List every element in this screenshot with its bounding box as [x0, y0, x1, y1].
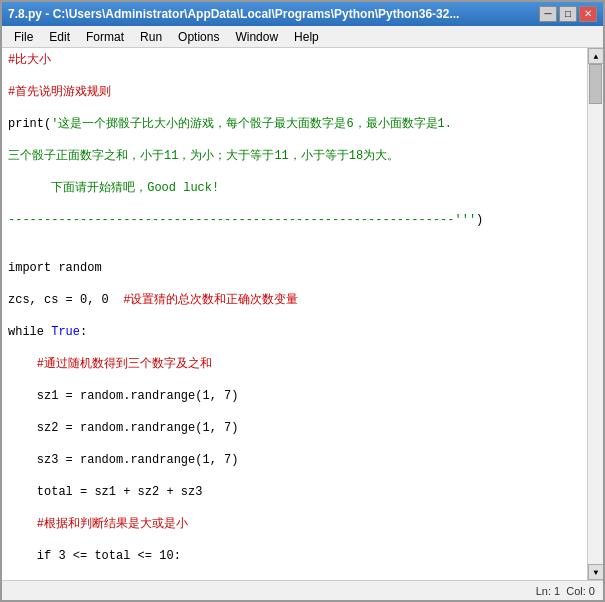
menu-bar: File Edit Format Run Options Window Help — [2, 26, 603, 48]
title-bar: 7.8.py - C:\Users\Administrator\AppData\… — [2, 2, 603, 26]
menu-help[interactable]: Help — [286, 28, 327, 46]
window-title: 7.8.py - C:\Users\Administrator\AppData\… — [8, 7, 459, 21]
code-editor[interactable]: #比大小 #首先说明游戏规则 print('这是一个掷骰子比大小的游戏，每个骰子… — [2, 48, 587, 580]
menu-options[interactable]: Options — [170, 28, 227, 46]
maximize-button[interactable]: □ — [559, 6, 577, 22]
menu-run[interactable]: Run — [132, 28, 170, 46]
scroll-track[interactable] — [588, 64, 603, 564]
minimize-button[interactable]: ─ — [539, 6, 557, 22]
cursor-position: Ln: 1 — [536, 585, 560, 597]
scroll-thumb[interactable] — [589, 64, 602, 104]
window-controls: ─ □ ✕ — [539, 6, 597, 22]
vertical-scrollbar[interactable]: ▲ ▼ — [587, 48, 603, 580]
scroll-down-arrow[interactable]: ▼ — [588, 564, 603, 580]
editor-area: #比大小 #首先说明游戏规则 print('这是一个掷骰子比大小的游戏，每个骰子… — [2, 48, 603, 580]
menu-edit[interactable]: Edit — [41, 28, 78, 46]
cursor-col-value: Col: 0 — [566, 585, 595, 597]
status-bar: Ln: 1 Col: 0 — [2, 580, 603, 600]
scroll-up-arrow[interactable]: ▲ — [588, 48, 603, 64]
main-window: 7.8.py - C:\Users\Administrator\AppData\… — [0, 0, 605, 602]
menu-format[interactable]: Format — [78, 28, 132, 46]
menu-window[interactable]: Window — [227, 28, 286, 46]
close-button[interactable]: ✕ — [579, 6, 597, 22]
menu-file[interactable]: File — [6, 28, 41, 46]
